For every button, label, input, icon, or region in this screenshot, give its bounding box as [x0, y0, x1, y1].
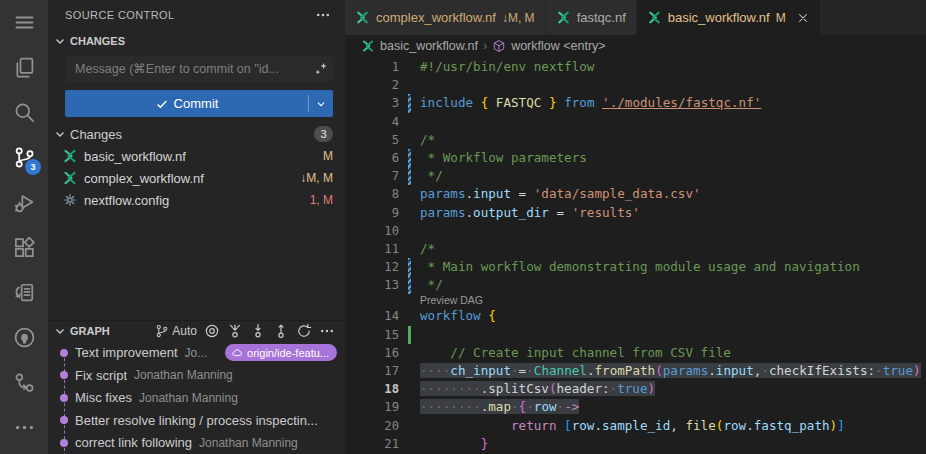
code-token: )	[913, 363, 921, 378]
commit-button[interactable]: Commit	[65, 90, 333, 117]
code-line[interactable]: 10	[345, 222, 926, 240]
code-token: row	[572, 418, 595, 433]
code-text: }	[411, 435, 488, 453]
code-line[interactable]: 6 * Workflow parameters	[345, 149, 926, 167]
code-line[interactable]: 8params.input = 'data/sample_data.csv'	[345, 185, 926, 203]
graph-section-header[interactable]: GRAPH Auto	[48, 320, 345, 342]
code-line[interactable]: 19········.map·{·row·->	[345, 398, 926, 416]
code-text: include { FASTQC } from './modules/fastq…	[411, 94, 761, 112]
nextflow-file-icon	[647, 10, 662, 25]
line-number: 15	[345, 326, 399, 344]
fetch-button[interactable]	[227, 323, 243, 339]
code-line[interactable]: 5/*	[345, 131, 926, 149]
explorer-icon[interactable]	[0, 45, 48, 90]
breadcrumb-symbol[interactable]: workflow <entry>	[511, 39, 605, 53]
code-token: ········	[420, 399, 481, 414]
code-token: input	[716, 363, 754, 378]
commit-message-input[interactable]	[73, 61, 313, 77]
code-line[interactable]: 11/*	[345, 240, 926, 258]
code-line[interactable]: 2	[345, 76, 926, 94]
code-line[interactable]: 17····ch_input·=·Channel.fromPath(params…	[345, 362, 926, 380]
graph-commit-list: Text improvementJo...origin/ide-featu...…	[48, 342, 345, 454]
code-token: from	[564, 95, 594, 110]
tab-complex_workflow-nf[interactable]: complex_workflow.nf↓M, M	[345, 0, 546, 35]
code-token: ·	[526, 399, 534, 414]
code-token: 'data/sample_data.csv'	[534, 186, 701, 201]
file-row[interactable]: nextflow.config1, M	[48, 189, 345, 211]
code-line[interactable]: 15	[345, 326, 926, 344]
refresh-button[interactable]	[296, 323, 312, 339]
code-line[interactable]: 1#!/usr/bin/env nextflow	[345, 58, 926, 76]
graph-commit-row[interactable]: Misc fixesJonathan Manning	[48, 387, 345, 410]
more-views-icon[interactable]	[0, 405, 48, 450]
activity-badge: 3	[25, 159, 41, 175]
pull-button[interactable]	[250, 323, 266, 339]
extensions-icon[interactable]	[0, 225, 48, 270]
commit-message: Better resolve linking / process inspect…	[75, 413, 318, 428]
code-line[interactable]: 13 */	[345, 276, 926, 294]
run-debug-icon[interactable]	[0, 180, 48, 225]
commit-message: Fix script	[75, 368, 127, 383]
code-line[interactable]: 16 // Create input channel from CSV file	[345, 344, 926, 362]
code-token: ········	[420, 381, 481, 396]
tab-fastqc-nf[interactable]: fastqc.nf	[546, 0, 637, 35]
code-token: sample_id	[602, 418, 670, 433]
code-line[interactable]: 7 */	[345, 167, 926, 185]
code-token: ·	[526, 363, 534, 378]
graph-section-label: GRAPH	[70, 325, 110, 337]
push-button[interactable]	[273, 323, 289, 339]
git-graph-icon[interactable]	[0, 360, 48, 405]
repo-auto-picker[interactable]: Auto	[155, 324, 197, 338]
more-actions-icon[interactable]	[315, 7, 331, 23]
file-row[interactable]: basic_workflow.nfM	[48, 145, 345, 167]
code-token: file	[685, 418, 715, 433]
code-line[interactable]: 18········.splitCsv(header:·true)	[345, 380, 926, 398]
line-number: 9	[345, 204, 399, 222]
codelens-preview-dag[interactable]: Preview DAG	[345, 294, 926, 307]
search-icon[interactable]	[0, 90, 48, 135]
activity-bar: 3	[0, 0, 48, 454]
changes-count-badge: 3	[314, 126, 333, 142]
code-token: Channel	[534, 363, 587, 378]
close-icon[interactable]	[796, 11, 810, 25]
editor-tab-bar: complex_workflow.nf↓M, Mfastqc.nfbasic_w…	[345, 0, 926, 35]
code-line[interactable]: 3include { FASTQC } from './modules/fast…	[345, 94, 926, 112]
changes-tree-header[interactable]: Changes 3	[48, 123, 345, 145]
code-token: ,	[670, 418, 685, 433]
commit-dot-icon	[60, 371, 68, 379]
breadcrumb-file[interactable]: basic_workflow.nf	[380, 39, 478, 53]
commit-dropdown-button[interactable]	[309, 90, 333, 117]
remote-branch-badge[interactable]: origin/ide-featu...	[225, 344, 337, 361]
commit-author: Jo...	[185, 346, 208, 360]
code-line[interactable]: 21 }	[345, 435, 926, 453]
file-row[interactable]: complex_workflow.nf↓M, M	[48, 167, 345, 189]
code-text: /*	[411, 131, 435, 149]
code-line[interactable]: 9params.output_dir = 'results'	[345, 204, 926, 222]
code-line[interactable]: 14workflow {	[345, 307, 926, 325]
code-token	[557, 418, 565, 433]
changes-section-header[interactable]: CHANGES	[48, 30, 345, 52]
sparkle-icon[interactable]	[313, 61, 329, 77]
code-line[interactable]: 20 return [row.sample_id, file(row.fastq…	[345, 417, 926, 435]
code-token: =	[549, 205, 572, 220]
menu-button[interactable]	[0, 0, 48, 45]
commit-author: Jonathan Manning	[134, 368, 233, 382]
code-line[interactable]: 12 * Main workflow demonstrating module …	[345, 258, 926, 276]
code-line[interactable]: 4	[345, 113, 926, 131]
tab-basic_workflow-nf[interactable]: basic_workflow.nfM	[637, 0, 821, 35]
graph-commit-row[interactable]: correct link followingJonathan Manning	[48, 432, 345, 454]
code-token: ·	[761, 363, 769, 378]
commit-button-main[interactable]: Commit	[65, 90, 308, 117]
code-token: workflow	[420, 308, 481, 323]
graph-more-button[interactable]	[319, 323, 335, 339]
graph-commit-row[interactable]: Better resolve linking / process inspect…	[48, 409, 345, 432]
source-control-icon[interactable]: 3	[0, 135, 48, 180]
github-icon[interactable]	[0, 315, 48, 360]
code-token: .	[746, 418, 754, 433]
code-token: ->	[564, 399, 579, 414]
code-editor[interactable]: 1#!/usr/bin/env nextflow23include { FAST…	[345, 57, 926, 454]
references-icon[interactable]	[0, 270, 48, 315]
graph-commit-row[interactable]: Text improvementJo...origin/ide-featu...	[48, 342, 345, 365]
target-button[interactable]	[204, 323, 220, 339]
graph-commit-row[interactable]: Fix scriptJonathan Manning	[48, 364, 345, 387]
